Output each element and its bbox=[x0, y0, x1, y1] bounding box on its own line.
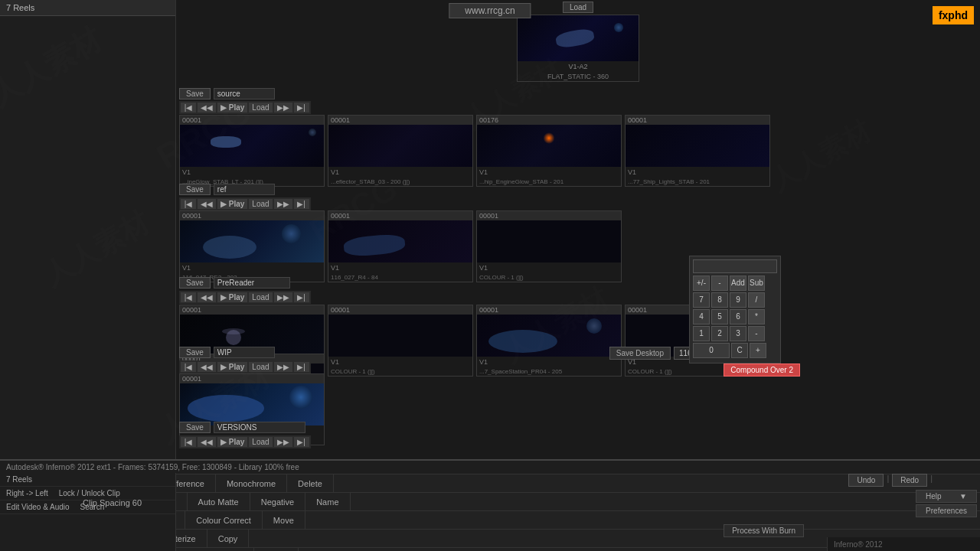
save-wip-button[interactable]: Save bbox=[179, 347, 211, 358]
np-c[interactable]: C bbox=[731, 343, 748, 358]
np-neg[interactable]: - bbox=[711, 276, 728, 291]
menu-name[interactable]: Name bbox=[305, 493, 350, 510]
top-load-area: Load V1-A2 FLAT_STATIC - 360 bbox=[517, 2, 639, 82]
skip-fwd-btn3[interactable]: ▶| bbox=[294, 292, 309, 302]
skip-back-btn2[interactable]: |◀ bbox=[181, 199, 196, 209]
source-name-input[interactable] bbox=[214, 88, 275, 99]
prereader-name-input[interactable] bbox=[214, 277, 290, 289]
play-btn1[interactable]: ▶ Play bbox=[217, 103, 247, 112]
menu-colour-correct[interactable]: Colour Correct bbox=[185, 511, 263, 529]
thumbs-wip: 00001 V1 116_047_eb_B04 - 204 bbox=[179, 373, 325, 445]
save-ref-button[interactable]: Save bbox=[179, 184, 211, 195]
url-bar: www.rrcg.cn bbox=[449, 3, 531, 18]
prev-btn3[interactable]: ◀◀ bbox=[198, 292, 216, 302]
play-ver[interactable]: ▶ Play bbox=[217, 437, 247, 447]
menu-auto-matte[interactable]: Auto Matte bbox=[188, 493, 250, 510]
skip-fwd-ver[interactable]: ▶| bbox=[294, 437, 309, 447]
thumb-1-3: 00176 V1 ...hip_EngineGlow_STAB - 201 bbox=[476, 115, 622, 187]
np-8[interactable]: 8 bbox=[711, 292, 728, 308]
prev-wip[interactable]: ◀◀ bbox=[198, 362, 216, 372]
transport-row2: |◀ ◀◀ ▶ Play Load ▶▶ ▶| bbox=[179, 197, 311, 210]
ref-name-input[interactable] bbox=[214, 184, 275, 195]
np-3[interactable]: 3 bbox=[730, 326, 746, 341]
save-prereader-row: Save bbox=[179, 277, 290, 289]
numpad-row-789: 7 8 9 / bbox=[693, 292, 777, 308]
redo-button[interactable]: Redo bbox=[892, 474, 927, 487]
numpad-calculator: +/- - Add Sub 7 8 9 / 4 5 6 * 1 2 3 - bbox=[689, 256, 781, 364]
undo-redo-area: Undo | Redo | bbox=[848, 474, 934, 487]
next-btn1[interactable]: ▶▶ bbox=[274, 103, 292, 112]
menu-negative[interactable]: Negative bbox=[250, 493, 305, 510]
np-mul[interactable]: * bbox=[748, 309, 765, 324]
next-wip[interactable]: ▶▶ bbox=[274, 362, 292, 372]
save-prereader-button[interactable]: Save bbox=[179, 277, 211, 289]
thumbs-row2: 00001 V1 116_047_RE2 - 203- 00001 V1 116… bbox=[179, 210, 622, 282]
help-button[interactable]: Help ▼ bbox=[916, 490, 977, 503]
menu-delete[interactable]: Delete bbox=[287, 474, 334, 492]
fxphd-logo: fxphd bbox=[933, 6, 974, 24]
versions-name-input[interactable] bbox=[214, 422, 305, 433]
chevron-down-icon: ▼ bbox=[959, 492, 967, 500]
skip-fwd-btn2[interactable]: ▶| bbox=[294, 199, 309, 209]
prev-btn1[interactable]: ◀◀ bbox=[198, 103, 216, 112]
np-9[interactable]: 9 bbox=[730, 292, 746, 308]
np-7[interactable]: 7 bbox=[693, 292, 710, 308]
np-1[interactable]: 1 bbox=[693, 326, 710, 341]
compound-over-dropdown[interactable]: Compound Over 2 bbox=[724, 364, 800, 377]
np-div[interactable]: / bbox=[748, 292, 765, 308]
np-5[interactable]: 5 bbox=[711, 309, 728, 324]
np-minus[interactable]: - bbox=[748, 326, 765, 341]
preferences-button[interactable]: Preferences bbox=[916, 504, 977, 517]
load-ver[interactable]: Load bbox=[249, 437, 272, 447]
np-2[interactable]: 2 bbox=[711, 326, 728, 341]
skip-back-btn3[interactable]: |◀ bbox=[181, 292, 196, 302]
wip-name-input[interactable] bbox=[214, 347, 275, 358]
menu-monochrome[interactable]: Monochrome bbox=[216, 474, 287, 492]
process-burn-button[interactable]: Process With Burn bbox=[724, 524, 804, 537]
np-add[interactable]: Add bbox=[730, 276, 746, 291]
load-btn3[interactable]: Load bbox=[249, 292, 272, 302]
menu-goto[interactable]: Go To bbox=[254, 548, 299, 551]
save-desktop-button[interactable]: Save Desktop bbox=[609, 347, 671, 360]
np-sub[interactable]: Sub bbox=[748, 276, 765, 291]
main-area: 7 Reels Load V1-A2 FLAT_STATIC - 360 Sav… bbox=[0, 0, 980, 459]
save-source-row: Save bbox=[179, 88, 275, 99]
next-ver[interactable]: ▶▶ bbox=[274, 437, 292, 447]
menu-coloured-frame[interactable]: Coloured Frame bbox=[171, 548, 253, 551]
skip-back-ver[interactable]: |◀ bbox=[181, 437, 196, 447]
play-btn2[interactable]: ▶ Play bbox=[217, 199, 247, 209]
skip-back-btn1[interactable]: |◀ bbox=[181, 103, 196, 112]
numpad-row-456: 4 5 6 * bbox=[693, 309, 777, 324]
skip-fwd-btn1[interactable]: ▶| bbox=[294, 103, 309, 112]
np-6[interactable]: 6 bbox=[730, 309, 746, 324]
left-panel: 7 Reels bbox=[0, 0, 176, 459]
thumb-2-2: 00001 V1 116_027_R4 - 84 bbox=[328, 210, 473, 282]
next-btn2[interactable]: ▶▶ bbox=[274, 199, 292, 209]
play-wip[interactable]: ▶ Play bbox=[217, 362, 247, 372]
reels-count: 7 Reels bbox=[6, 475, 32, 484]
save-versions-button[interactable]: Save bbox=[179, 422, 211, 433]
prev-ver[interactable]: ◀◀ bbox=[198, 437, 216, 447]
top-preview-info: FLAT_STATIC - 360 bbox=[518, 72, 639, 81]
skip-back-wip[interactable]: |◀ bbox=[181, 362, 196, 372]
numpad-display bbox=[693, 259, 777, 273]
prev-btn2[interactable]: ◀◀ bbox=[198, 199, 216, 209]
np-0[interactable]: 0 bbox=[693, 343, 730, 358]
save-source-button[interactable]: Save bbox=[179, 88, 211, 99]
load-top-button[interactable]: Load bbox=[563, 2, 593, 13]
np-plusminus[interactable]: +/- bbox=[693, 276, 710, 291]
menu-copy[interactable]: Copy bbox=[207, 530, 250, 547]
preview-area: Load V1-A2 FLAT_STATIC - 360 Save |◀ ◀◀ … bbox=[176, 0, 980, 459]
load-wip[interactable]: Load bbox=[249, 362, 272, 372]
load-btn2[interactable]: Load bbox=[249, 199, 272, 209]
undo-button[interactable]: Undo bbox=[848, 474, 884, 487]
load-btn1[interactable]: Load bbox=[249, 103, 272, 112]
thumb-wip-1: 00001 V1 116_047_eb_B04 - 204 bbox=[179, 373, 325, 445]
np-plus[interactable]: + bbox=[750, 343, 766, 358]
play-btn3[interactable]: ▶ Play bbox=[217, 292, 247, 302]
menu-move[interactable]: Move bbox=[263, 511, 305, 529]
next-btn3[interactable]: ▶▶ bbox=[274, 292, 292, 302]
transport-versions: |◀ ◀◀ ▶ Play Load ▶▶ ▶| bbox=[179, 435, 311, 448]
np-4[interactable]: 4 bbox=[693, 309, 710, 324]
skip-fwd-wip[interactable]: ▶| bbox=[294, 362, 309, 372]
